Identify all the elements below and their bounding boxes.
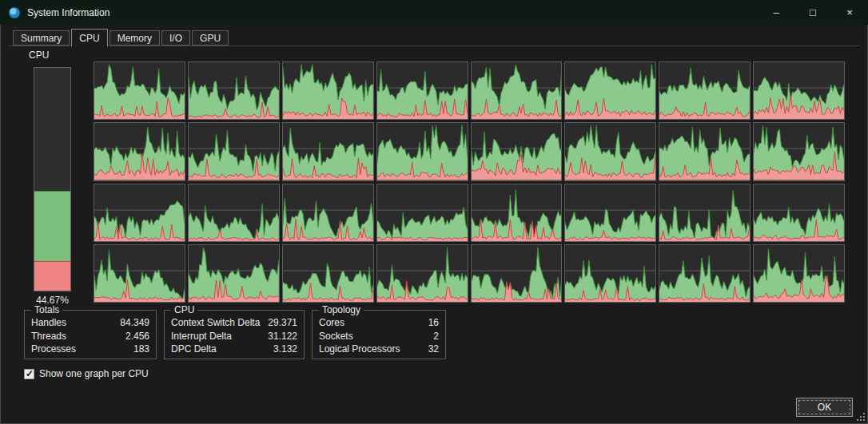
cpu-graph-cell [753,122,845,180]
tab-gpu[interactable]: GPU [192,30,229,46]
cpu-graph-cell [188,184,280,242]
maximize-button[interactable]: □ [794,0,831,25]
tab-cpu[interactable]: CPU [71,29,107,46]
cpu-graph-cell [753,244,845,303]
cpu-graph-cell [471,61,563,120]
cpu-graph-cell [564,122,656,180]
cpu-graph-cell [376,122,468,180]
cpu-graph-cell [471,184,563,242]
tab-io[interactable]: I/O [161,30,190,46]
topology-group: Topology Cores 16 Sockets 2 Logical Proc… [312,310,446,359]
stat-value: 2.456 [125,331,149,343]
cpu-graph-cell [659,184,751,242]
cpu-bar-user-segment [34,191,70,260]
minimize-button[interactable]: – [758,0,794,25]
stat-value: 2 [433,331,439,343]
cpu-graph-cell [282,61,374,120]
stat-label: Threads [31,331,66,343]
system-information-window: System Information – □ × Summary CPU Mem… [0,0,868,424]
show-one-graph-row: Show one graph per CPU [24,368,149,379]
stat-label: Handles [31,317,66,329]
stat-value: 84.349 [120,317,149,329]
cpu-bar-idle-segment [34,68,70,191]
totals-row-processes: Processes 183 [31,343,149,355]
stat-label: Context Switch Delta [171,317,260,329]
window-title: System Information [27,7,109,18]
totals-group-title: Totals [31,304,62,315]
cpu-stats-group: CPU Context Switch Delta 29.371 Interrup… [164,310,305,359]
stat-label: Processes [31,343,76,355]
cpu-graph-cell [659,61,751,120]
cpu-graph-cell [94,244,185,303]
tab-strip: Summary CPU Memory I/O GPU [13,29,230,46]
cpu-graph-grid [94,61,845,303]
totals-row-threads: Threads 2.456 [31,331,149,343]
cpu-graph-cell [659,244,751,303]
show-one-graph-checkbox[interactable] [24,369,34,379]
cpu-graph-cell [376,61,468,120]
stat-label: Interrupt Delta [171,331,232,343]
app-icon [8,6,21,19]
cpu-graph-cell [471,122,563,180]
cpu-graph-cell [94,122,185,180]
cpu-graph-cell [376,244,468,303]
stat-label: Sockets [319,331,353,343]
stat-label: Cores [319,317,344,329]
cpu-graph-cell [282,244,374,303]
tab-memory[interactable]: Memory [109,30,160,46]
cpu-section-label: CPU [29,50,49,61]
stat-value: 31.122 [268,331,297,343]
topology-group-title: Topology [319,304,364,315]
stat-value: 183 [133,343,149,355]
stat-value: 32 [428,343,439,355]
topology-row-sockets: Sockets 2 [319,331,439,343]
cpu-graph-cell [564,184,656,242]
caption-buttons: – □ × [758,0,868,25]
cpu-row-context-switch: Context Switch Delta 29.371 [171,317,297,329]
cpu-graph-cell [564,244,656,303]
titlebar[interactable]: System Information – □ × [0,0,868,25]
topology-row-logical: Logical Processors 32 [319,343,439,355]
cpu-graph-cell [471,244,563,303]
cpu-graph-cell [376,184,468,242]
cpu-usage-bar [34,67,71,291]
stat-value: 16 [428,317,439,329]
cpu-graph-cell [282,122,374,180]
stat-value: 29.371 [268,317,297,329]
cpu-row-interrupt: Interrupt Delta 31.122 [171,331,297,343]
stat-value: 3.132 [273,343,297,355]
tab-page-border [8,46,860,46]
topology-row-cores: Cores 16 [319,317,439,329]
stat-label: DPC Delta [171,343,217,355]
cpu-graph-cell [659,122,751,180]
cpu-bar-kernel-segment [34,261,70,291]
cpu-graph-cell [753,61,845,120]
totals-group: Totals Handles 84.349 Threads 2.456 Proc… [24,310,157,359]
cpu-graph-cell [188,122,280,180]
cpu-row-dpc: DPC Delta 3.132 [171,343,297,355]
cpu-graph-cell [188,61,280,120]
cpu-graph-cell [188,244,280,303]
cpu-graph-cell [564,61,656,120]
stat-label: Logical Processors [319,343,400,355]
cpu-graph-cell [94,61,185,120]
cpu-graph-cell [753,184,845,242]
cpu-graph-cell [94,184,185,242]
ok-button[interactable]: OK [796,398,853,417]
tab-summary[interactable]: Summary [13,30,70,46]
show-one-graph-label: Show one graph per CPU [39,368,149,379]
cpu-graph-cell [282,184,374,242]
close-button[interactable]: × [831,0,868,25]
totals-row-handles: Handles 84.349 [31,317,149,329]
cpu-stats-group-title: CPU [171,304,197,315]
resize-grip-icon[interactable] [856,412,866,422]
